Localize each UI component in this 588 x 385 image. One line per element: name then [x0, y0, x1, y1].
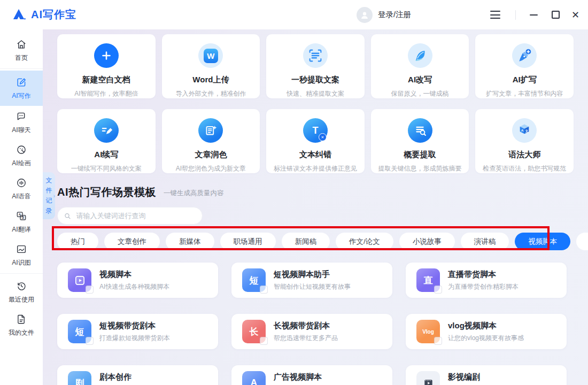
template-card-live-commerce[interactable]: 直直播带货脚本为直播带货创作精彩脚本 — [406, 263, 567, 298]
svg-text:文: 文 — [525, 129, 529, 133]
template-title: 广告视频脚本 — [274, 372, 344, 382]
sidebar-item-label: AI翻译 — [12, 225, 30, 234]
scan-text-icon — [303, 34, 328, 68]
sidebar-item-ai-translate[interactable]: A文AI翻译 — [0, 205, 43, 238]
tool-card-grammar[interactable]: A文语法大师检查英语语法，助您书写规范 — [475, 109, 574, 173]
section-title: AI热门写作场景模板 — [57, 185, 156, 199]
tool-card-continue[interactable]: AI续写一键续写不同风格的文案 — [57, 109, 156, 173]
history-icon — [16, 280, 27, 292]
template-title: 短视频脚本助手 — [274, 270, 351, 280]
menu-icon[interactable] — [490, 11, 500, 19]
template-title: 直播带货脚本 — [448, 270, 519, 280]
short-video-script-icon: 短 — [242, 268, 266, 292]
video-script-icon — [68, 268, 91, 292]
titlebar: AI写作宝 登录/注册 ✕ — [0, 0, 588, 29]
sidebar-item-home[interactable]: 首页 — [0, 34, 43, 67]
tab-娱乐服务[interactable]: 娱乐服务 — [576, 233, 588, 250]
maximize-icon — [552, 11, 560, 19]
sidebar-divider — [0, 68, 43, 69]
template-card-short-video-assistant[interactable]: 短短视频脚本助手智能创作让短视频更有故事 — [231, 263, 392, 298]
template-card-video-script[interactable]: 视频脚本AI快速生成各种视频脚本 — [57, 263, 218, 298]
tool-title: Word上传 — [192, 75, 229, 85]
app-title: AI写作宝 — [31, 7, 76, 22]
sidebar-item-ai-write[interactable]: AI写作 — [0, 71, 43, 106]
tool-card-new-doc[interactable]: 新建空白文档AI智能写作，效率翻倍 — [57, 34, 156, 98]
sidebar-divider — [0, 273, 43, 274]
tool-card-extract[interactable]: 一秒提取文案快速、精准提取文案 — [266, 34, 365, 98]
pen-plus-icon — [512, 34, 537, 68]
sidebar-item-ai-voice[interactable]: AI语音 — [0, 172, 43, 205]
sidebar-item-my-files[interactable]: 我的文件 — [0, 309, 43, 342]
sidebar-item-recent[interactable]: 最近使用 — [0, 275, 43, 309]
template-description: AI快速生成各种视频脚本 — [99, 282, 169, 291]
template-title: 视频脚本 — [99, 270, 169, 280]
template-description: 帮您迅速带红更多产品 — [274, 334, 338, 343]
tool-title: 新建空白文档 — [82, 75, 130, 85]
tool-description: 快速、精准提取文案 — [287, 89, 344, 98]
search-icon — [64, 212, 71, 220]
titlebar-actions: 登录/注册 ✕ — [357, 7, 579, 23]
section-header: AI热门写作场景模板 一键生成高质量内容 — [57, 185, 588, 199]
image-recognition-icon — [16, 243, 27, 255]
svg-text:文: 文 — [21, 215, 25, 219]
minimize-button[interactable] — [530, 14, 538, 16]
doc-badge-icon — [260, 337, 268, 345]
tool-title: 文章润色 — [195, 150, 227, 160]
template-card-vlog-script[interactable]: Vlogvlog视频脚本让您的vlog视频更有故事感 — [406, 314, 567, 349]
film-writing-icon — [416, 371, 440, 385]
sidebar-item-label: 首页 — [15, 53, 28, 63]
template-search[interactable] — [57, 207, 203, 225]
tool-card-summary[interactable]: 概要提取提取关键信息，形成简炼摘要 — [371, 109, 469, 173]
tab-小说故事[interactable]: 小说故事 — [399, 233, 455, 250]
tab-热门[interactable]: 热门 — [57, 233, 98, 250]
sidebar-item-ai-vision[interactable]: AI识图 — [0, 238, 43, 272]
user-avatar[interactable] — [357, 7, 373, 23]
sidebar-item-label: AI绘画 — [12, 159, 30, 168]
tab-作文/论文[interactable]: 作文/论文 — [336, 233, 393, 250]
tool-card-expand[interactable]: AI扩写扩写文章，丰富情节和内容 — [475, 34, 574, 98]
template-card-film-writing[interactable]: 影视编剧编剧梦，帮你完成影视剧本 — [406, 365, 567, 385]
tool-description: 标注错误文本并提供修正意见 — [274, 164, 357, 173]
tool-card-correct[interactable]: T✕文本纠错标注错误文本并提供修正意见 — [266, 109, 365, 173]
close-button[interactable]: ✕ — [571, 10, 579, 20]
template-description: 智能创作让短视频更有故事 — [274, 282, 351, 291]
quick-tools-grid: 新建空白文档AI智能写作，效率翻倍WWord上传导入外部文件，精准创作一秒提取文… — [57, 34, 574, 173]
doc-badge-icon — [260, 286, 268, 294]
template-title: 影视编剧 — [448, 372, 525, 382]
tool-card-rewrite[interactable]: AI改写保留原义，一键成稿 — [371, 34, 469, 98]
doc-badge-icon — [86, 337, 94, 345]
screenplay-icon: 剧 — [68, 371, 91, 385]
doc-magnifier-icon — [408, 109, 432, 143]
tab-新媒体[interactable]: 新媒体 — [166, 233, 214, 250]
tool-card-polish[interactable]: 文章润色AI帮您润色为成为新文章 — [162, 109, 260, 173]
tab-文章创作[interactable]: 文章创作 — [104, 233, 160, 250]
file-records-tab[interactable]: 文件记录 › — [43, 172, 55, 219]
template-card-screenplay[interactable]: 剧剧本创作帮你打造精彩剧本 — [57, 365, 218, 385]
sidebar: 首页AI写作AI聊天AI绘画AI语音A文AI翻译AI识图最近使用我的文件 — [0, 29, 43, 385]
section-subtitle: 一键生成高质量内容 — [164, 189, 224, 198]
tool-card-word-upload[interactable]: WWord上传导入外部文件，精准创作 — [162, 34, 260, 98]
long-video-commerce-icon: 长 — [242, 320, 266, 343]
maximize-button[interactable] — [552, 11, 560, 19]
tab-新闻稿[interactable]: 新闻稿 — [282, 233, 330, 250]
template-title: 短视频带货剧本 — [99, 321, 170, 331]
sidebar-item-ai-paint[interactable]: AI绘画 — [0, 139, 43, 172]
template-description: 打造爆款短视频带货剧本 — [99, 334, 170, 343]
minimize-icon — [530, 14, 538, 16]
category-tabs: 热门文章创作新媒体职场通用新闻稿作文/论文小说故事演讲稿视频脚本娱乐服务 — [57, 233, 588, 250]
search-input[interactable] — [75, 211, 196, 220]
short-video-commerce-icon: 短 — [68, 320, 91, 343]
login-register-link[interactable]: 登录/注册 — [378, 10, 411, 20]
sidebar-item-ai-chat[interactable]: AI聊天 — [0, 106, 43, 139]
template-card-short-video-commerce[interactable]: 短短视频带货剧本打造爆款短视频带货剧本 — [57, 314, 218, 349]
template-card-ad-video-script[interactable]: A广告视频脚本AI让您的品牌更深入人心 — [231, 365, 392, 385]
microphone-icon — [16, 177, 27, 189]
doc-badge-icon — [86, 286, 94, 294]
ad-video-script-icon: A — [242, 371, 266, 385]
tab-演讲稿[interactable]: 演讲稿 — [461, 233, 509, 250]
template-card-long-video-commerce[interactable]: 长长视频带货剧本帮您迅速带红更多产品 — [231, 314, 392, 349]
tool-title: AI续写 — [94, 150, 118, 160]
tab-视频脚本[interactable]: 视频脚本 — [515, 233, 570, 250]
tool-description: 导入外部文件，精准创作 — [175, 89, 246, 98]
tab-职场通用[interactable]: 职场通用 — [220, 233, 276, 250]
